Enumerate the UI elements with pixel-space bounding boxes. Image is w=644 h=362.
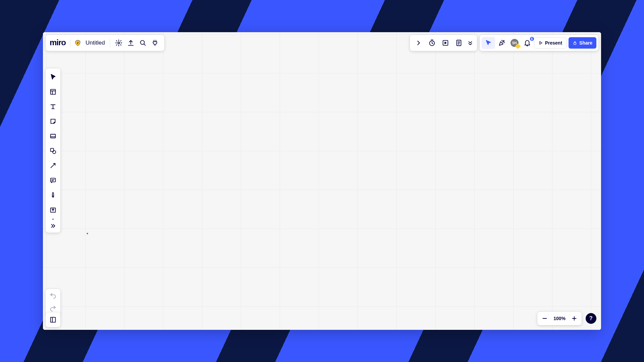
undo-icon xyxy=(49,292,57,299)
plug-icon xyxy=(151,39,159,47)
lock-icon xyxy=(573,41,577,45)
settings-button[interactable] xyxy=(113,37,125,49)
tool-frame[interactable] xyxy=(46,129,60,143)
panels-icon xyxy=(49,316,57,323)
app-window: ▾ miro Z Untitled xyxy=(43,32,601,330)
undo-redo-panel xyxy=(46,289,60,316)
zoom-out-button[interactable] xyxy=(539,312,551,324)
arrow-icon xyxy=(49,162,57,169)
svg-rect-13 xyxy=(51,317,56,322)
redo-icon xyxy=(49,304,57,312)
templates-icon xyxy=(49,88,57,96)
upload-icon xyxy=(127,39,135,47)
left-toolbar xyxy=(46,68,60,233)
notes-button[interactable] xyxy=(452,37,466,49)
play-icon xyxy=(538,41,543,45)
topright-cluster: SH 6 Present Share xyxy=(410,35,598,51)
plan-shield-icon[interactable]: Z xyxy=(74,39,82,47)
tool-shapes[interactable] xyxy=(46,144,60,158)
pointer-icon xyxy=(49,73,57,81)
miro-logo[interactable]: miro xyxy=(49,38,68,48)
present-label: Present xyxy=(545,40,562,46)
canvas[interactable] xyxy=(43,32,601,330)
toolbar-indicator-dot xyxy=(52,219,54,220)
tool-more[interactable] xyxy=(46,221,60,231)
view-controls-panel xyxy=(410,35,477,51)
voting-button[interactable] xyxy=(439,37,452,49)
tool-pen[interactable] xyxy=(46,188,60,202)
redo-button[interactable] xyxy=(49,304,57,313)
share-label: Share xyxy=(579,40,592,46)
bottom-right-controls: 100% ? xyxy=(537,312,596,325)
double-chevron-down-icon xyxy=(467,39,474,47)
notifications-button[interactable]: 6 xyxy=(521,37,534,49)
minus-icon xyxy=(541,315,548,322)
tool-templates[interactable] xyxy=(46,85,60,99)
timer-icon xyxy=(428,39,436,47)
divider xyxy=(110,39,110,47)
frame-icon xyxy=(49,132,57,140)
header-bar: miro Z Untitled xyxy=(46,35,164,51)
notification-badge: 6 xyxy=(529,36,535,42)
frames-panel-button[interactable] xyxy=(46,312,60,327)
shapes-icon xyxy=(49,147,57,155)
undo-button[interactable] xyxy=(49,292,57,300)
tool-upload[interactable] xyxy=(46,203,60,217)
upload-frame-icon xyxy=(49,206,57,214)
svg-rect-6 xyxy=(574,43,576,44)
board-title[interactable]: Untitled xyxy=(84,40,107,46)
tool-text[interactable] xyxy=(46,100,60,113)
collab-panel: SH 6 Present Share xyxy=(480,35,598,51)
cursor-tracking-button[interactable] xyxy=(482,37,495,49)
sticky-note-icon xyxy=(49,118,57,125)
chevron-right-icon xyxy=(415,39,422,47)
timer-button[interactable] xyxy=(425,37,439,49)
present-button[interactable]: Present xyxy=(534,37,567,49)
gear-icon xyxy=(115,39,122,47)
text-icon xyxy=(49,103,57,110)
tool-comment[interactable] xyxy=(46,174,60,187)
more-apps-button[interactable] xyxy=(466,37,475,49)
zoom-controls: 100% xyxy=(537,312,582,325)
share-button[interactable]: Share xyxy=(569,37,596,49)
zoom-in-button[interactable] xyxy=(568,312,580,324)
help-button[interactable]: ? xyxy=(586,313,596,324)
comment-icon xyxy=(49,177,57,184)
integrations-button[interactable] xyxy=(149,37,161,49)
plus-icon xyxy=(571,315,578,322)
notes-icon xyxy=(455,39,463,47)
svg-text:Z: Z xyxy=(77,42,78,45)
tool-sticky[interactable] xyxy=(46,115,60,128)
user-avatar[interactable]: SH xyxy=(510,38,519,48)
svg-rect-7 xyxy=(51,89,56,95)
search-button[interactable] xyxy=(137,37,149,49)
export-button[interactable] xyxy=(125,37,137,49)
tool-arrow[interactable] xyxy=(46,159,60,172)
cursor-arrow-icon xyxy=(485,39,492,47)
canvas-artifact: ▾ xyxy=(87,232,88,235)
reactions-button[interactable] xyxy=(495,37,508,49)
search-icon xyxy=(139,39,147,47)
celebrate-icon xyxy=(498,39,505,47)
svg-point-1 xyxy=(118,42,120,44)
divider xyxy=(70,39,71,47)
tool-select[interactable] xyxy=(46,70,60,84)
zoom-level[interactable]: 100% xyxy=(551,316,568,321)
svg-point-10 xyxy=(53,150,56,154)
present-square-icon xyxy=(442,39,449,47)
double-chevron-right-icon xyxy=(49,222,57,230)
panel-expand-button[interactable] xyxy=(412,37,425,49)
pen-icon xyxy=(49,191,57,199)
svg-rect-8 xyxy=(51,134,56,138)
